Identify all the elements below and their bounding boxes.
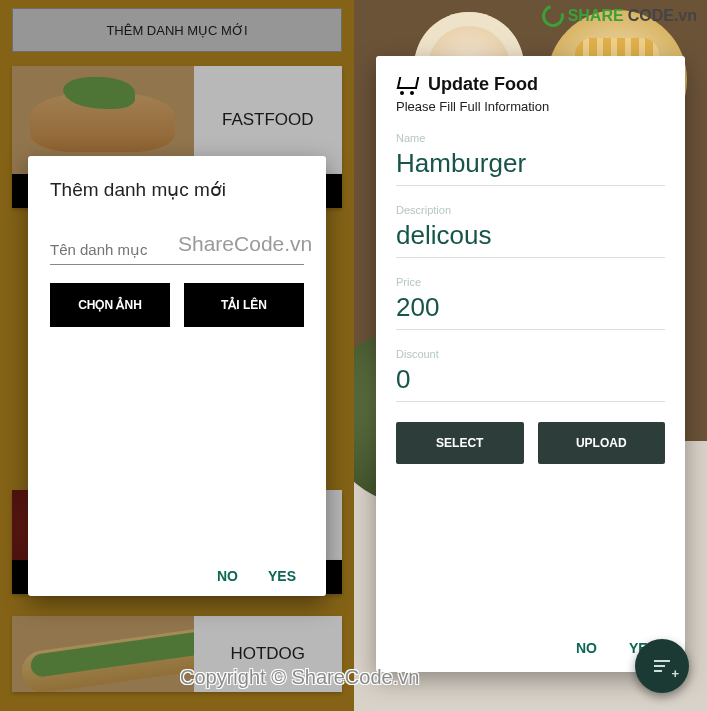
add-category-top-button[interactable]: THÊM DANH MỤC MỚI bbox=[12, 8, 342, 52]
choose-image-button[interactable]: CHỌN ẢNH bbox=[50, 283, 170, 327]
logo-text-1: SHARE bbox=[568, 7, 624, 25]
dialog-title: Thêm danh mục mới bbox=[50, 178, 304, 201]
category-name-input[interactable] bbox=[50, 235, 304, 265]
hotdog-label: HOTDOG bbox=[194, 644, 343, 664]
field-price: Price 200 bbox=[396, 276, 665, 330]
logo-ring-icon bbox=[538, 1, 568, 31]
dialog-no-button[interactable]: NO bbox=[576, 640, 597, 656]
input-price[interactable]: 200 bbox=[396, 290, 665, 330]
add-category-dialog: Thêm danh mục mới CHỌN ẢNH TẢI LÊN NO YE… bbox=[28, 156, 326, 596]
field-name: Name Hamburger bbox=[396, 132, 665, 186]
fab-add-button[interactable]: + bbox=[635, 639, 689, 693]
label-description: Description bbox=[396, 204, 665, 216]
category-card-hotdog[interactable]: HOTDOG bbox=[12, 616, 342, 692]
right-screenshot: SHARECODE.vn Update Food Please Fill Ful… bbox=[354, 0, 707, 711]
label-price: Price bbox=[396, 276, 665, 288]
dialog-no-button[interactable]: NO bbox=[217, 568, 238, 584]
select-button[interactable]: SELECT bbox=[396, 422, 524, 464]
plus-icon: + bbox=[671, 666, 679, 681]
upload-button[interactable]: UPLOAD bbox=[538, 422, 666, 464]
dialog-title: Update Food bbox=[428, 74, 538, 95]
input-name[interactable]: Hamburger bbox=[396, 146, 665, 186]
field-discount: Discount 0 bbox=[396, 348, 665, 402]
list-icon bbox=[654, 660, 670, 672]
left-screenshot: THÊM DANH MỤC MỚI FASTFOOD SỬA XOÁ SẢN P… bbox=[0, 0, 354, 711]
hotdog-image bbox=[12, 616, 194, 692]
add-category-top-label: THÊM DANH MỤC MỚI bbox=[106, 23, 247, 38]
sharecode-logo: SHARECODE.vn bbox=[542, 5, 697, 27]
input-discount[interactable]: 0 bbox=[396, 362, 665, 402]
update-food-dialog: Update Food Please Fill Full Information… bbox=[376, 56, 685, 672]
dialog-subtitle: Please Fill Full Information bbox=[396, 99, 665, 114]
fastfood-label: FASTFOOD bbox=[194, 110, 343, 130]
input-description[interactable]: delicous bbox=[396, 218, 665, 258]
cart-icon bbox=[396, 75, 418, 95]
field-description: Description delicous bbox=[396, 204, 665, 258]
label-name: Name bbox=[396, 132, 665, 144]
label-discount: Discount bbox=[396, 348, 665, 360]
logo-text-2: CODE.vn bbox=[628, 7, 697, 25]
dialog-yes-button[interactable]: YES bbox=[268, 568, 296, 584]
upload-button[interactable]: TẢI LÊN bbox=[184, 283, 304, 327]
